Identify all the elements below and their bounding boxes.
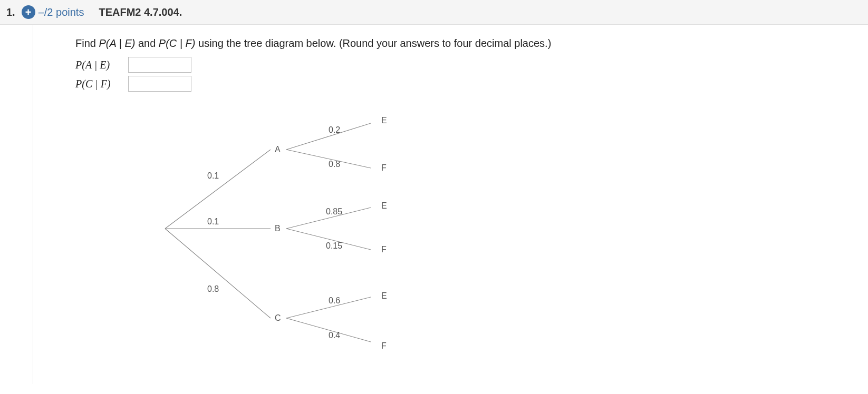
node-C-E: E: [381, 291, 387, 300]
prob-A-F: 0.8: [329, 160, 340, 169]
prompt-text-3: using the tree diagram below. (Round you…: [196, 37, 552, 49]
tree-diagram: 0.1 A 0.1 B 0.8 C 0.2 E 0.8 F 0.85 E 0.1…: [155, 107, 868, 363]
expand-icon[interactable]: +: [22, 5, 35, 19]
prob-C: 0.8: [207, 284, 219, 293]
node-A-E: E: [381, 116, 387, 125]
prompt-expr-2: P(C | F): [159, 37, 196, 49]
prob-B: 0.1: [207, 217, 219, 226]
answer-input-pae[interactable]: [128, 57, 191, 73]
answer-input-pcf[interactable]: [128, 76, 191, 92]
prob-C-F: 0.4: [329, 331, 340, 340]
prob-B-F: 0.15: [326, 241, 342, 250]
prob-C-E: 0.6: [329, 296, 340, 305]
prompt-expr-1: P(A | E): [99, 37, 135, 49]
prob-A-E: 0.2: [329, 125, 340, 134]
points-label: –/2 points: [38, 6, 84, 18]
node-B: B: [275, 224, 281, 233]
prob-A: 0.1: [207, 171, 219, 180]
answer-label-pcf: P(C | F): [75, 78, 123, 90]
branch-C: [165, 229, 271, 318]
node-A: A: [275, 145, 281, 154]
question-header: 1. + –/2 points TEAFM2 4.7.004.: [0, 0, 868, 25]
tree-svg: 0.1 A 0.1 B 0.8 C 0.2 E 0.8 F 0.85 E 0.1…: [155, 107, 450, 360]
answer-row-pcf: P(C | F): [75, 76, 868, 92]
answer-label-pae: P(A | E): [75, 59, 123, 71]
answer-row-pae: P(A | E): [75, 57, 868, 73]
node-C-F: F: [381, 341, 387, 350]
node-A-F: F: [381, 163, 387, 172]
question-body: Find P(A | E) and P(C | F) using the tre…: [33, 25, 868, 384]
node-C: C: [275, 313, 281, 322]
node-B-F: F: [381, 245, 387, 254]
question-prompt: Find P(A | E) and P(C | F) using the tre…: [75, 37, 868, 50]
node-B-E: E: [381, 201, 387, 210]
prob-B-E: 0.85: [326, 207, 342, 216]
prompt-text-2: and: [135, 37, 158, 49]
question-number: 1.: [6, 6, 15, 18]
question-code: TEAFM2 4.7.004.: [99, 6, 182, 18]
prompt-text-1: Find: [75, 37, 99, 49]
